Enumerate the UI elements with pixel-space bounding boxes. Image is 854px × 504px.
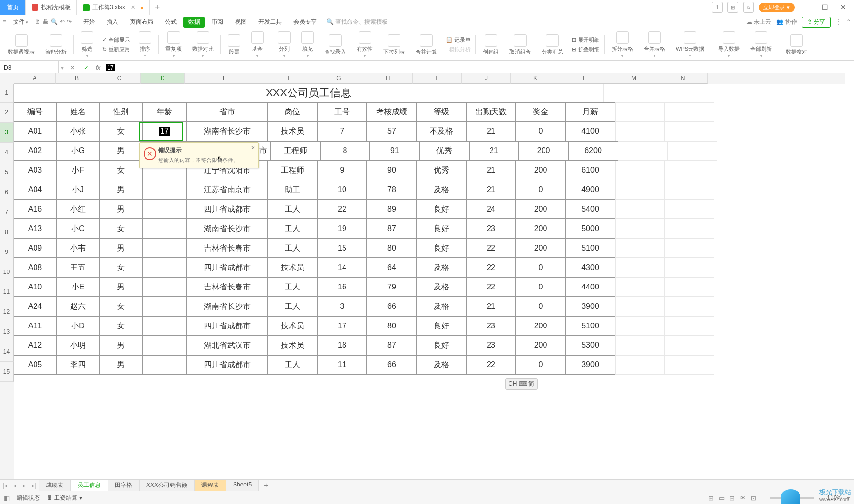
menu-tab[interactable]: 公式	[160, 17, 182, 28]
ribbon-subtotal[interactable]: 分类汇总	[537, 34, 568, 55]
row-header[interactable]: 8	[0, 222, 14, 242]
qat-preview-icon[interactable]: 🔍	[51, 18, 58, 25]
cell[interactable]	[665, 316, 714, 336]
cell[interactable]: 22	[317, 199, 367, 219]
cell[interactable]	[665, 355, 714, 375]
cell[interactable]: 17	[142, 122, 187, 141]
col-header[interactable]: L	[560, 73, 609, 84]
col-header[interactable]: H	[363, 73, 413, 84]
cell[interactable]: 4400	[565, 277, 615, 297]
ribbon-stock[interactable]: 股票	[223, 34, 245, 55]
cell[interactable]: 200	[516, 161, 565, 180]
cell[interactable]: A09	[14, 238, 56, 258]
col-header-cell[interactable]: 编号	[14, 102, 56, 122]
cell[interactable]: 及格	[417, 355, 466, 375]
cell[interactable]	[665, 219, 714, 238]
cell[interactable]: 工人	[268, 199, 317, 219]
ribbon-splittable[interactable]: 拆分表格▾	[607, 31, 638, 58]
cell[interactable]	[615, 277, 665, 297]
fx-accept-icon[interactable]: ✓	[84, 64, 89, 71]
cell[interactable]: 18	[317, 336, 367, 355]
cell[interactable]: 女	[99, 316, 142, 336]
cell[interactable]	[665, 180, 714, 199]
cell[interactable]: 15	[317, 238, 367, 258]
cell[interactable]: 17	[317, 316, 367, 336]
cell[interactable]: 89	[367, 199, 417, 219]
cell[interactable]	[615, 180, 665, 199]
cell[interactable]	[615, 199, 665, 219]
cell[interactable]	[615, 122, 665, 141]
menu-file[interactable]: 文件▾	[8, 17, 33, 28]
window-maximize[interactable]: ☐	[818, 3, 832, 11]
cell[interactable]: 及格	[417, 297, 466, 316]
cell[interactable]: 不及格	[417, 122, 466, 141]
ribbon-validation[interactable]: 有效性▾	[352, 31, 378, 58]
row-header[interactable]: 13	[0, 322, 14, 342]
col-header[interactable]: E	[185, 73, 265, 84]
cell[interactable]: 小张	[56, 122, 99, 141]
cell[interactable]: 79	[367, 277, 417, 297]
ribbon-refresh[interactable]: 全部刷新▾	[745, 31, 777, 58]
cell[interactable]: 技术员	[268, 258, 317, 277]
ribbon-sort[interactable]: 排序▾	[134, 31, 156, 58]
cell[interactable]: A03	[14, 161, 56, 180]
cell[interactable]: 6100	[565, 161, 615, 180]
col-header[interactable]: N	[658, 73, 708, 84]
cell[interactable]: 王五	[56, 258, 99, 277]
col-header-cell[interactable]: 月薪	[565, 102, 615, 122]
col-header[interactable]: F	[265, 73, 314, 84]
cell[interactable]: 工人	[268, 219, 317, 238]
col-header-cell[interactable]: 考核成绩	[367, 102, 417, 122]
cell[interactable]	[142, 277, 187, 297]
cell[interactable]	[615, 297, 665, 316]
cell[interactable]: 90	[367, 161, 417, 180]
coop-icon[interactable]: 👥 协作	[776, 18, 797, 26]
cell[interactable]: 9	[317, 161, 367, 180]
sheet-tab[interactable]: 课程表	[195, 480, 226, 492]
col-header-cell[interactable]: 岗位	[268, 102, 317, 122]
cell[interactable]: 5100	[565, 316, 615, 336]
share-button[interactable]: ⇪ 分享	[802, 17, 831, 28]
cell[interactable]: 80	[367, 316, 417, 336]
titlebar-icon-grid[interactable]: ⊞	[727, 2, 738, 13]
cell[interactable]: 小G	[56, 141, 99, 161]
col-header[interactable]: A	[14, 73, 56, 84]
menu-tab[interactable]: 开发工具	[254, 17, 287, 28]
cell[interactable]: 男	[99, 277, 142, 297]
view-pagelayout-icon[interactable]: ▭	[719, 494, 725, 502]
row-header[interactable]: 9	[0, 242, 14, 262]
cell[interactable]: 10	[317, 180, 367, 199]
cell[interactable]: 5300	[565, 336, 615, 355]
cell[interactable]: 四川省成都市	[187, 355, 268, 375]
row-header[interactable]: 12	[0, 302, 14, 322]
cell[interactable]: 小D	[56, 316, 99, 336]
cell[interactable]	[665, 258, 714, 277]
cell[interactable]: 小J	[56, 180, 99, 199]
cell[interactable]: 四川省成都市	[187, 316, 268, 336]
ribbon-record[interactable]: 📋记录单 .模拟分析	[443, 36, 473, 54]
row-header[interactable]: 7	[0, 202, 14, 222]
cell[interactable]	[618, 141, 668, 161]
cell[interactable]: 四川省成都市	[187, 199, 268, 219]
ribbon-lookup[interactable]: 查找录入	[320, 34, 351, 55]
new-tab-button[interactable]: +	[150, 0, 164, 15]
cell[interactable]: 23	[466, 316, 516, 336]
cell[interactable]	[665, 297, 714, 316]
col-header-cell[interactable]: 出勤天数	[466, 102, 516, 122]
row-header[interactable]: 2	[0, 103, 14, 123]
cell[interactable]: 技术员	[268, 122, 317, 141]
cell[interactable]: 80	[367, 238, 417, 258]
cell[interactable]: 小E	[56, 277, 99, 297]
ribbon-detail[interactable]: ⊞展开明细 ⊟折叠明细	[569, 36, 602, 54]
row-header[interactable]: 3	[0, 123, 14, 143]
cell[interactable]: 优秀	[417, 161, 466, 180]
cell[interactable]: 工人	[268, 355, 317, 375]
cell[interactable]: 工人	[268, 297, 317, 316]
cell[interactable]: 23	[466, 219, 516, 238]
menu-tab[interactable]: 审阅	[207, 17, 228, 28]
ribbon-dup[interactable]: 重复项▾	[161, 31, 186, 58]
cell[interactable]: 5100	[565, 238, 615, 258]
statusbar-icon[interactable]: ◧	[4, 494, 10, 502]
zoom-out-icon[interactable]: −	[761, 494, 765, 502]
menu-tab[interactable]: 开始	[78, 17, 100, 28]
